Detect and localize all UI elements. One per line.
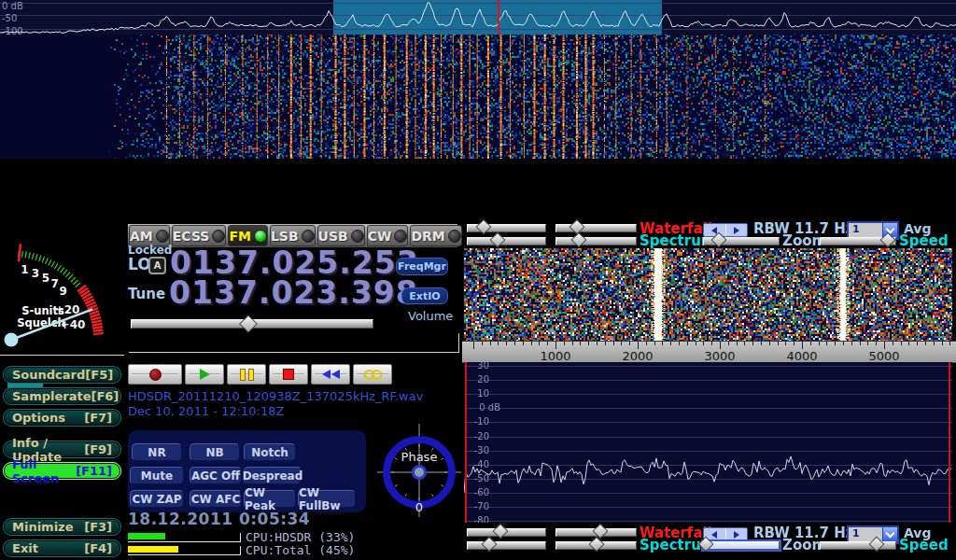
dsp-panel: NRNBNotchMuteAGC OffDespreadCW ZAPCW AFC… xyxy=(128,430,366,512)
audio-scale-tick xyxy=(646,342,647,345)
waterfall-contrast-slider[interactable] xyxy=(467,224,546,232)
audio-band-edge-left xyxy=(465,362,467,523)
dsp-button-nb[interactable]: NB xyxy=(190,443,240,461)
audio-scale-tick xyxy=(728,342,729,345)
pause-button[interactable] xyxy=(227,364,266,385)
rf-spectrum-trace xyxy=(0,0,956,35)
play-button[interactable] xyxy=(185,364,224,385)
mode-button-lsb[interactable]: LSB xyxy=(270,225,316,246)
menu-button-label: Minimize xyxy=(12,520,74,534)
tune-frequency-display[interactable]: 0137.023.398 xyxy=(169,277,418,308)
dsp-button-cw-peak[interactable]: CW Peak xyxy=(244,490,296,508)
menu-button-label: Exit xyxy=(12,541,38,555)
dsp-button-notch[interactable]: Notch xyxy=(244,443,296,461)
dsp-button-agc-off[interactable]: AGC Off xyxy=(190,467,242,484)
mode-button-label: FM xyxy=(229,229,251,244)
audio-scale-tick xyxy=(703,342,704,345)
mode-led xyxy=(448,230,461,243)
dsp-button-cw-afc[interactable]: CW AFC xyxy=(190,490,242,508)
speed-slider[interactable] xyxy=(820,237,896,245)
zoom-slider[interactable] xyxy=(703,541,780,550)
spectrum-range-slider-thumb[interactable] xyxy=(489,232,505,248)
lo-a-badge[interactable]: A xyxy=(148,257,166,274)
waterfall-contrast-slider-thumb[interactable] xyxy=(475,219,491,235)
waterfall-contrast-slider[interactable] xyxy=(467,528,546,537)
chevron-down-icon xyxy=(886,529,895,539)
mode-button-fm[interactable]: FM xyxy=(228,225,268,246)
record-button[interactable] xyxy=(128,364,182,385)
spinner-right-arrow-icon xyxy=(734,531,739,539)
menu-button-info-update[interactable]: Info / Update[F9] xyxy=(3,441,121,458)
recording-file-info: Dec 10, 2011 - 12:10:18Z xyxy=(128,404,284,418)
spectrum-range-slider[interactable] xyxy=(467,237,546,245)
zoom-slider[interactable] xyxy=(703,237,780,245)
audio-scale-tick xyxy=(482,342,483,345)
freqmgr-button[interactable]: FreqMgr xyxy=(396,258,448,275)
spectrum-range-slider-thumb[interactable] xyxy=(482,537,498,553)
cpu-meter-fill xyxy=(128,546,178,553)
record-icon xyxy=(149,369,162,381)
loop-icon xyxy=(364,370,382,380)
rewind-button[interactable] xyxy=(311,364,350,385)
spectrum-offset-slider-thumb[interactable] xyxy=(588,537,604,553)
spectrum-offset-slider[interactable] xyxy=(555,237,637,245)
avg-dropdown-button[interactable] xyxy=(882,527,897,542)
audio-scale-tick xyxy=(696,342,696,345)
dsp-button-nr[interactable]: NR xyxy=(132,443,182,461)
audio-spectrum[interactable]: 3020100 dB-10-20-30-40-50-60-70-80 xyxy=(464,362,952,523)
spectrum-offset-slider[interactable] xyxy=(555,541,637,550)
audio-scale-tick xyxy=(605,342,606,345)
mode-button-usb[interactable]: USB xyxy=(317,225,365,246)
waterfall-contrast-slider-thumb[interactable] xyxy=(492,524,508,539)
spectrum-offset-slider-thumb[interactable] xyxy=(570,232,586,248)
smeter-caption: S-units xyxy=(21,304,64,317)
rbw-spinner-up[interactable] xyxy=(725,224,748,236)
mode-button-cw[interactable]: CW xyxy=(367,225,409,246)
audio-scale-tick xyxy=(949,342,950,345)
volume-slider-thumb[interactable] xyxy=(239,315,258,333)
mode-button-drm[interactable]: DRM xyxy=(410,225,461,246)
menu-button-soundcard[interactable]: Soundcard[F5] xyxy=(3,366,121,384)
audio-scale-label: 4000 xyxy=(786,349,817,363)
audio-frequency-scale[interactable]: 10002000300040005000 xyxy=(462,341,956,363)
dsp-button-cw-fullbw[interactable]: CW FullBw xyxy=(298,490,356,508)
smeter-peak-marker xyxy=(19,244,21,261)
cpu-meter-label: CPU:Total (45%) xyxy=(246,543,355,557)
phase-tick xyxy=(395,458,398,460)
dsp-button-despread[interactable]: Despread xyxy=(244,467,302,484)
speed-slider[interactable] xyxy=(820,541,896,550)
audio-scale-tick xyxy=(802,342,803,349)
mode-button-ecss[interactable]: ECSS xyxy=(172,225,227,246)
dsp-button-mute[interactable]: Mute xyxy=(130,467,184,484)
stop-button[interactable] xyxy=(269,364,308,385)
volume-slider[interactable] xyxy=(131,319,373,329)
menu-button-full-screen[interactable]: Full Screen[F11] xyxy=(3,462,121,480)
mode-led xyxy=(156,230,169,243)
menu-button-options[interactable]: Options[F7] xyxy=(3,409,121,427)
dsp-button-cw-zap[interactable]: CW ZAP xyxy=(130,490,184,508)
waterfall-brightness-slider[interactable] xyxy=(555,224,637,232)
menu-button-exit[interactable]: Exit[F4] xyxy=(3,539,121,557)
audio-waterfall[interactable] xyxy=(464,248,952,341)
audio-scale-tick xyxy=(711,342,712,345)
extio-button[interactable]: ExtIO xyxy=(401,287,448,304)
audio-scale-tick xyxy=(769,342,770,345)
mode-button-label: LSB xyxy=(271,229,299,244)
menu-button-label: Full Screen xyxy=(12,457,76,485)
phase-dial[interactable]: Phase 0 xyxy=(377,422,461,519)
smeter-needle-pivot xyxy=(5,333,19,347)
rf-spectrum-overview[interactable]: 0 dB-50-100 xyxy=(0,0,956,35)
audio-scale-tick xyxy=(720,342,721,349)
audio-scale-tick xyxy=(588,342,589,345)
mode-button-label: USB xyxy=(318,229,348,244)
cpu-meter-label: CPU:HDSDR (33%) xyxy=(246,530,355,544)
loop-button[interactable] xyxy=(353,364,392,385)
audio-scale-tick xyxy=(851,342,852,345)
spectrum-range-slider[interactable] xyxy=(467,541,546,550)
audio-scale-label: 5000 xyxy=(868,349,899,363)
menu-button-samplerate[interactable]: Samplerate[F6] xyxy=(3,387,121,405)
menu-button-minimize[interactable]: Minimize[F3] xyxy=(3,518,121,536)
audio-scale-tick xyxy=(860,342,861,345)
audio-scale-tick xyxy=(761,342,762,345)
rbw-spinner-up[interactable] xyxy=(725,528,748,540)
